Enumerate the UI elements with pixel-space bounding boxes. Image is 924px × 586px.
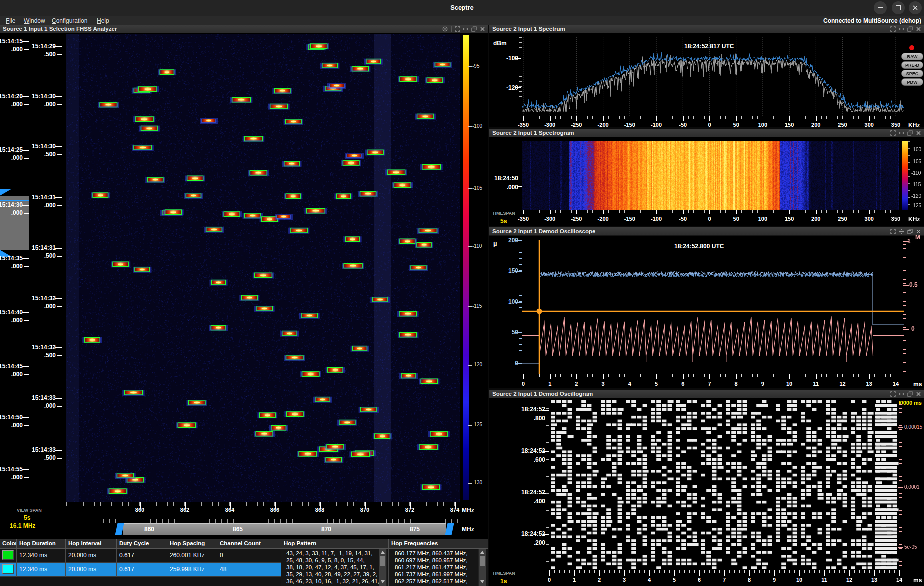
table-cell-interval[interactable]: 20.000 ms — [66, 563, 117, 577]
float-icon[interactable] — [907, 391, 913, 397]
outer-time-label: 15:14:35 — [0, 255, 23, 262]
scope-y-right-label: 0 — [911, 325, 915, 332]
spectrogram-colorbar-label: -105 — [911, 159, 921, 164]
menu-item-configuration[interactable]: Configuration — [52, 17, 87, 24]
table-cell-channels[interactable]: 0 — [217, 549, 281, 563]
oscillogram-x-unit: ms — [913, 577, 922, 584]
oscillogram-x-label: 5 — [673, 577, 676, 583]
major-tick — [523, 374, 524, 379]
major-tick — [468, 66, 472, 67]
menu-item-window[interactable]: Window — [24, 17, 45, 24]
float-icon[interactable] — [907, 26, 913, 32]
button-spec[interactable]: SPEC — [901, 70, 923, 77]
oscillogram-canvas[interactable] — [549, 400, 899, 570]
detach-icon[interactable] — [899, 229, 904, 234]
settings-gear-icon[interactable] — [442, 26, 448, 32]
expand-icon[interactable] — [455, 26, 460, 32]
expand-icon[interactable] — [890, 391, 896, 397]
major-tick — [549, 570, 550, 576]
spectrogram-canvas[interactable] — [522, 141, 899, 210]
close-panel-icon[interactable] — [916, 391, 921, 397]
button-raw[interactable]: RAW — [901, 53, 923, 60]
scroll-up-icon[interactable] — [480, 551, 484, 554]
close-panel-icon[interactable] — [916, 130, 921, 136]
table-cell-duration[interactable]: 12.340 ms — [17, 563, 66, 577]
hop-pattern-line: 43, 24, 3, 33, 11, 7, -1, 19, 14, 31, — [286, 550, 372, 556]
scope-x-label: 12 — [839, 381, 845, 387]
table-header-color: Color — [0, 539, 17, 549]
table-row-color-cell[interactable] — [0, 563, 17, 577]
outer-time-sub: .000 — [11, 474, 23, 481]
button-pred[interactable]: PRE-D — [901, 61, 923, 69]
scope-x-label: 8 — [735, 381, 738, 387]
expand-icon[interactable] — [890, 229, 896, 234]
oscillogram-time-sub: .200 — [534, 539, 545, 546]
major-tick — [763, 116, 764, 121]
menu-item-file[interactable]: File — [6, 17, 15, 24]
spectrogram-x-label: 100 — [758, 216, 767, 222]
scrollbar[interactable] — [478, 549, 486, 586]
inner-time-sub: .000 — [44, 202, 56, 209]
oscilloscope-panel-title: Source 2 Input 1 Demod Oscilloscope — [492, 228, 595, 234]
color-swatch[interactable] — [2, 550, 14, 560]
table-cell-spacing[interactable]: 260.001 KHz — [167, 549, 217, 563]
table-cell-channels[interactable]: 48 — [217, 563, 281, 577]
scrollbar[interactable] — [379, 549, 387, 586]
scroll-thumb[interactable] — [380, 556, 385, 566]
scroll-down-icon[interactable] — [480, 580, 484, 583]
oscillogram-x-label: 7 — [723, 577, 726, 583]
table-cell-duration[interactable]: 12.340 ms — [17, 549, 66, 563]
oscillogram-y-right-label: 0.00015 — [904, 424, 922, 430]
table-header-hop-interval: Hop Interval — [66, 539, 117, 549]
scroll-up-icon[interactable] — [381, 551, 385, 554]
oscilloscope-canvas[interactable] — [522, 240, 904, 374]
table-row-color-cell[interactable] — [0, 549, 17, 563]
spectrum-unit: dBm — [493, 40, 507, 47]
scroll-thumb[interactable] — [480, 556, 485, 566]
fhss-waterfall-canvas[interactable] — [66, 34, 460, 502]
hop-pattern-line: 36, 46, 23, 10, 16, -1, 32, 21, 26, 41, — [286, 578, 379, 584]
major-tick — [574, 570, 575, 576]
close-panel-icon[interactable] — [480, 26, 485, 32]
menu-item-help[interactable]: Help — [97, 17, 109, 24]
close-icon — [913, 5, 918, 10]
float-icon[interactable] — [471, 26, 477, 32]
table-header-duty-cycle: Duty Cycle — [117, 539, 167, 549]
close-panel-icon[interactable] — [916, 229, 921, 234]
maximize-button[interactable] — [892, 1, 905, 14]
detach-icon[interactable] — [463, 26, 468, 32]
minimize-button[interactable] — [874, 1, 887, 14]
major-tick — [789, 374, 790, 379]
major-tick — [656, 374, 657, 379]
fhss-freq-label: 872 — [405, 507, 414, 513]
major-tick — [749, 570, 750, 576]
detach-icon[interactable] — [899, 26, 904, 32]
scroll-down-icon[interactable] — [381, 580, 385, 583]
table-cell-duty[interactable]: 0.617 — [117, 563, 167, 577]
expand-icon[interactable] — [890, 130, 896, 136]
color-swatch[interactable] — [2, 564, 14, 574]
minimize-icon — [878, 7, 883, 8]
spectrum-x-label: 300 — [865, 122, 874, 128]
major-tick — [468, 188, 472, 189]
view-span-bandwidth: 16.1 MHz — [10, 522, 35, 529]
close-button[interactable] — [909, 1, 922, 14]
outer-time-label: 15:14:45 — [0, 363, 23, 370]
major-tick — [824, 570, 825, 576]
hop-frequency-line: 861.217 MHz, 861.477 MHz, — [395, 564, 467, 570]
expand-icon[interactable] — [890, 26, 896, 32]
inner-time-label: 15:14:33 — [32, 394, 56, 401]
selection-handle-top[interactable] — [0, 189, 12, 196]
spectrum-plot-canvas[interactable] — [522, 37, 904, 116]
float-icon[interactable] — [907, 229, 913, 234]
button-pdw[interactable]: PDW — [901, 78, 923, 86]
close-panel-icon[interactable] — [916, 26, 921, 32]
detach-icon[interactable] — [899, 391, 904, 397]
detach-icon[interactable] — [899, 130, 904, 136]
connection-status: Connected to MultiSource (dehop) — [823, 17, 921, 24]
table-cell-interval[interactable]: 20.000 ms — [66, 549, 117, 563]
table-cell-duty[interactable]: 0.617 — [117, 549, 167, 563]
frequency-slider-bar[interactable] — [123, 523, 446, 535]
float-icon[interactable] — [907, 130, 913, 136]
table-cell-spacing[interactable]: 259.998 KHz — [167, 563, 217, 577]
